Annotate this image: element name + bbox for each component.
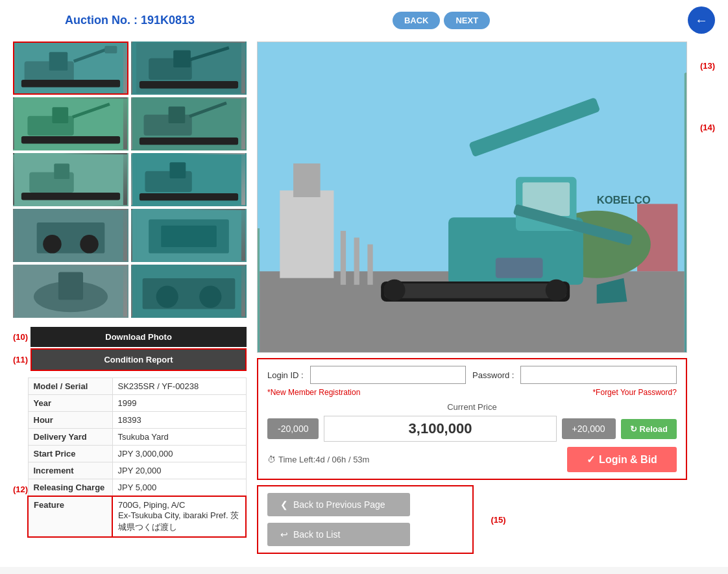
condition-report-button[interactable]: Condition Report [30,348,247,371]
start-price-row: Start Price JPY 3,000,000 [28,446,246,462]
timer-label: Time Left:4d / 06h / 53m [278,455,369,464]
reload-icon: ↻ [630,424,637,434]
svg-rect-9 [140,81,238,88]
increment-label: Increment [28,462,112,479]
model-serial-label: Model / Serial [28,378,112,395]
svg-rect-8 [173,50,191,67]
delivery-label: Delivery Yard [28,429,112,446]
svg-point-58 [383,280,405,301]
svg-rect-14 [21,136,120,143]
delivery-value: Tsukuba Yard [112,429,246,446]
thumbnail-grid [13,42,247,318]
password-label: Password : [472,370,514,380]
hour-label: Hour [28,412,112,429]
thumbnail-10[interactable] [131,265,247,318]
minus-price-button[interactable]: -20,000 [267,418,319,439]
svg-rect-61 [496,258,543,278]
back-button[interactable]: BACK [393,12,441,29]
svg-point-41 [156,285,178,307]
start-price-label: Start Price [28,446,112,462]
svg-rect-5 [104,46,117,53]
hour-row: Hour 18393 [28,412,246,429]
model-serial-value: SK235SR / YF-00238 [112,378,246,395]
annotation-10: (10) [13,332,28,342]
thumbnail-4[interactable] [131,97,247,150]
year-row: Year 1999 [28,395,246,412]
start-price-value: JPY 3,000,000 [112,446,246,462]
svg-rect-64 [367,245,372,285]
svg-rect-13 [52,107,68,123]
thumbnail-6[interactable] [131,153,247,206]
next-button[interactable]: NEXT [444,12,490,29]
increment-row: Increment JPY 20,000 [28,462,246,479]
svg-point-31 [43,235,62,254]
timer-icon: ⏱ [267,455,276,464]
year-value: 1999 [112,395,246,412]
hour-value: 18393 [112,412,246,429]
login-row: Login ID : Password : [267,366,677,384]
main-image: KOBELCO [257,42,687,353]
svg-rect-3 [21,80,120,87]
details-table: Model / Serial SK235SR / YF-00238 Year 1… [27,377,247,538]
thumbnail-9[interactable] [13,265,128,318]
login-bid-section: Login ID : Password : *New Member Regist… [257,358,687,480]
price-display: 3,100,000 [324,416,556,442]
svg-rect-38 [58,272,83,300]
delivery-row: Delivery Yard Tsukuba Yard [28,429,246,446]
forget-password-link[interactable]: *Forget Your Password? [592,388,676,397]
login-id-label: Login ID : [267,370,304,380]
annotation-15: (15) [491,515,505,525]
price-row: -20,000 3,100,000 +20,000 ↻ Reload [267,416,677,442]
year-label: Year [28,395,112,412]
right-panel: KOBELCO Login ID : Password : [257,42,687,554]
feature-value: 700G, Piping, A/C Ex-Tsukuba City, ibara… [112,496,246,537]
model-serial-row: Model / Serial SK235SR / YF-00238 [28,378,246,395]
page-header: Auction No. : 191K0813 BACK NEXT ← [13,6,715,34]
thumbnail-5[interactable] [13,153,128,206]
right-annotations: (13) (14) [698,42,715,554]
back-icon: ❮ [280,499,288,510]
plus-price-button[interactable]: +20,000 [562,418,616,439]
svg-rect-18 [169,106,186,123]
annotation-12: (12) [13,484,25,494]
svg-rect-35 [161,226,217,247]
new-member-link[interactable]: *New Member Registration [267,388,360,397]
back-list-button[interactable]: ↩ Back to List [267,523,410,546]
bottom-nav: ❮ Back to Previous Page ↩ Back to List [257,485,474,554]
checkmark-icon: ✓ [587,453,595,466]
thumbnail-3[interactable] [13,97,128,150]
download-photo-button[interactable]: Download Photo [30,327,247,347]
arrow-back-button[interactable]: ← [688,6,715,34]
svg-rect-63 [354,237,359,285]
thumbnail-2[interactable] [131,42,247,95]
login-bid-label: Login & Bid [599,454,657,466]
svg-point-59 [546,280,567,301]
password-input[interactable] [520,366,676,384]
auction-title: Auction No. : 191K0813 [65,14,195,27]
svg-rect-2 [49,52,68,71]
feature-row: Feature 700G, Piping, A/C Ex-Tsukuba Cit… [28,496,246,537]
login-id-input[interactable] [310,366,466,384]
releasing-label: Releasing Charge [28,479,112,497]
back-list-label: Back to List [293,529,340,540]
main-image-bg: KOBELCO [258,42,686,352]
annotation-14: (14) [700,123,715,132]
releasing-row: Releasing Charge JPY 5,000 [28,479,246,497]
svg-text:KOBELCO: KOBELCO [597,194,651,206]
timer-bid-row: ⏱ Time Left:4d / 06h / 53m ✓ Login & Bid [267,447,677,472]
thumbnail-7[interactable] [13,209,128,262]
thumbnail-8[interactable] [131,209,247,262]
left-panel: (10) Download Photo (11) Condition Repor… [13,42,247,554]
annotation-11: (11) [13,355,28,365]
back-previous-button[interactable]: ❮ Back to Previous Page [267,493,410,516]
reload-label: Reload [640,424,668,434]
login-links: *New Member Registration *Forget Your Pa… [267,388,677,397]
reload-button[interactable]: ↻ Reload [621,419,677,439]
svg-point-42 [199,285,221,307]
back-previous-label: Back to Previous Page [293,499,385,510]
bottom-nav-section: ❮ Back to Previous Page ↩ Back to List (… [257,485,687,554]
annotation-13: (13) [700,61,715,71]
svg-rect-57 [384,283,566,298]
login-bid-button[interactable]: ✓ Login & Bid [567,447,677,472]
thumbnail-1[interactable] [13,42,128,95]
